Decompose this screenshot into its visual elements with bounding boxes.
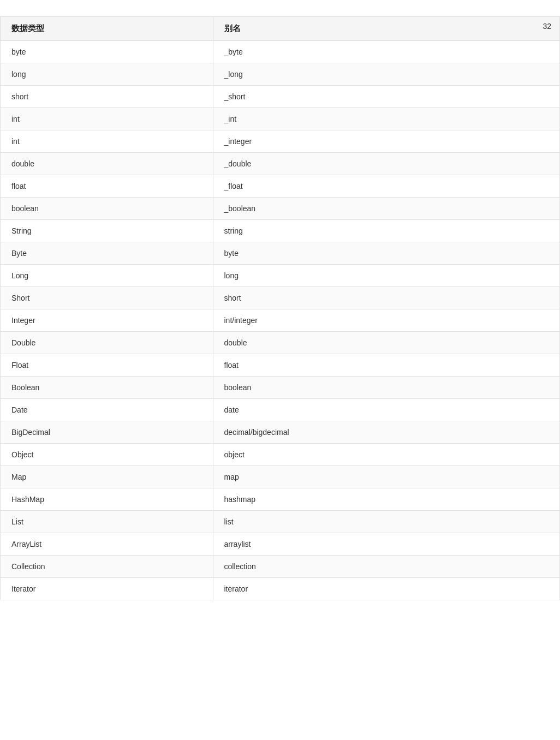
table-row: Objectobject: [1, 444, 560, 466]
table-row: HashMaphashmap: [1, 488, 560, 511]
cell-alias: _int: [213, 108, 560, 130]
table-row: Stringstring: [1, 220, 560, 242]
cell-alias: _boolean: [213, 198, 560, 220]
table-row: long_long: [1, 63, 560, 86]
page-wrapper: 32 数据类型 别名 byte_bytelong_longshort_short…: [0, 16, 560, 740]
table-header-row: 数据类型 别名: [1, 17, 560, 41]
cell-alias: _long: [213, 63, 560, 86]
cell-alias: double: [213, 332, 560, 354]
data-type-table: 数据类型 别名 byte_bytelong_longshort_shortint…: [0, 16, 560, 600]
cell-alias: long: [213, 265, 560, 287]
cell-alias: _byte: [213, 41, 560, 63]
table-row: ArrayListarraylist: [1, 533, 560, 556]
cell-alias: collection: [213, 556, 560, 578]
cell-type: int: [1, 108, 213, 130]
cell-alias: float: [213, 354, 560, 377]
cell-type: Integer: [1, 309, 213, 332]
table-row: Iteratoriterator: [1, 578, 560, 600]
cell-type: HashMap: [1, 488, 213, 511]
table-row: BigDecimaldecimal/bigdecimal: [1, 421, 560, 444]
cell-alias: arraylist: [213, 533, 560, 556]
table-row: Shortshort: [1, 287, 560, 309]
table-row: Mapmap: [1, 466, 560, 488]
table-row: short_short: [1, 86, 560, 108]
cell-type: short: [1, 86, 213, 108]
cell-alias: iterator: [213, 578, 560, 600]
cell-alias: int/integer: [213, 309, 560, 332]
cell-alias: decimal/bigdecimal: [213, 421, 560, 444]
cell-type: byte: [1, 41, 213, 63]
column-header-alias: 别名: [213, 17, 560, 41]
table-row: Datedate: [1, 399, 560, 421]
cell-alias: string: [213, 220, 560, 242]
cell-alias: hashmap: [213, 488, 560, 511]
table-row: byte_byte: [1, 41, 560, 63]
cell-alias: _double: [213, 153, 560, 175]
cell-alias: _integer: [213, 130, 560, 153]
table-row: Doubledouble: [1, 332, 560, 354]
table-row: float_float: [1, 175, 560, 198]
page-number: 32: [543, 22, 551, 31]
cell-type: Date: [1, 399, 213, 421]
cell-type: boolean: [1, 198, 213, 220]
cell-type: Float: [1, 354, 213, 377]
column-header-type: 数据类型: [1, 17, 213, 41]
table-row: int_int: [1, 108, 560, 130]
table-row: Listlist: [1, 511, 560, 533]
cell-type: int: [1, 130, 213, 153]
table-row: Booleanboolean: [1, 377, 560, 399]
cell-type: Byte: [1, 242, 213, 265]
cell-type: long: [1, 63, 213, 86]
cell-type: Long: [1, 265, 213, 287]
cell-type: Boolean: [1, 377, 213, 399]
cell-alias: boolean: [213, 377, 560, 399]
cell-alias: short: [213, 287, 560, 309]
cell-type: List: [1, 511, 213, 533]
cell-type: BigDecimal: [1, 421, 213, 444]
cell-type: Double: [1, 332, 213, 354]
cell-type: Iterator: [1, 578, 213, 600]
table-row: Bytebyte: [1, 242, 560, 265]
cell-type: ArrayList: [1, 533, 213, 556]
cell-type: Object: [1, 444, 213, 466]
cell-alias: date: [213, 399, 560, 421]
table-row: int_integer: [1, 130, 560, 153]
cell-type: float: [1, 175, 213, 198]
table-row: double_double: [1, 153, 560, 175]
table-row: Floatfloat: [1, 354, 560, 377]
cell-alias: list: [213, 511, 560, 533]
cell-type: Map: [1, 466, 213, 488]
cell-alias: _short: [213, 86, 560, 108]
cell-type: Short: [1, 287, 213, 309]
table-row: boolean_boolean: [1, 198, 560, 220]
cell-type: String: [1, 220, 213, 242]
cell-alias: map: [213, 466, 560, 488]
table-row: Integerint/integer: [1, 309, 560, 332]
cell-type: double: [1, 153, 213, 175]
table-row: Longlong: [1, 265, 560, 287]
cell-type: Collection: [1, 556, 213, 578]
cell-alias: object: [213, 444, 560, 466]
cell-alias: byte: [213, 242, 560, 265]
table-row: Collectioncollection: [1, 556, 560, 578]
cell-alias: _float: [213, 175, 560, 198]
